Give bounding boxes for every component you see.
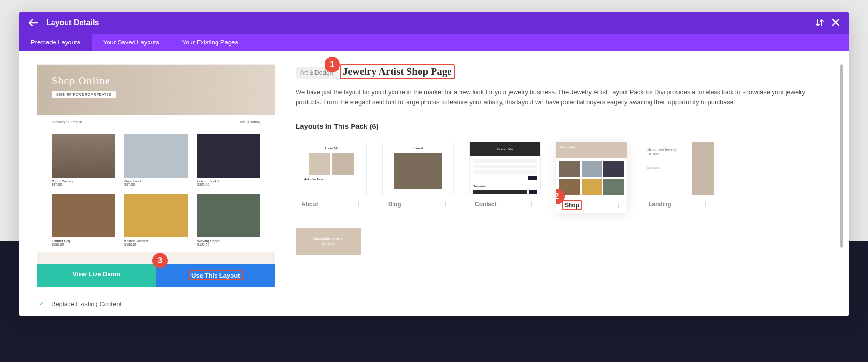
back-icon[interactable] (29, 19, 38, 26)
layout-description: We have just the layout for you if you'r… (296, 87, 831, 108)
tab-saved[interactable]: Your Saved Layouts (92, 34, 171, 51)
tab-existing[interactable]: Your Existing Pages (171, 34, 250, 51)
layout-preview: Shop Online SIGN UP FOR DROP UPDATES Sho… (37, 64, 275, 264)
view-demo-button[interactable]: View Live Demo (37, 264, 156, 287)
preview-hero-title: Shop Online (52, 74, 260, 87)
annotation-3: 3 (152, 253, 168, 268)
layout-thumb: Contact Me Newsletter (469, 142, 541, 195)
use-layout-button[interactable]: 3 Use This Layout (156, 264, 276, 287)
layout-name: Shop (562, 200, 582, 210)
layout-thumb: Shop Online (556, 142, 627, 195)
more-icon[interactable]: ⋮ (355, 200, 361, 208)
replace-content-label: Replace Existing Content (51, 300, 122, 307)
layout-card-contact[interactable]: Contact Me Newsletter Contact ⋮ (469, 142, 541, 213)
layout-name: Blog (388, 201, 401, 208)
preview-showing: Showing all 9 results (52, 120, 82, 124)
more-icon[interactable]: ⋮ (442, 200, 448, 208)
tabs-bar: Premade Layouts Your Saved Layouts Your … (19, 34, 849, 51)
page-title: Jewelry Artist Shop Page (340, 64, 455, 79)
modal-header: Layout Details (19, 12, 849, 34)
layout-card-about[interactable]: About Me Hello! I'm Jane About ⋮ (296, 142, 367, 213)
layout-thumb: Handmade JewelryBy Jane Divi Jewelry (643, 142, 714, 195)
preview-sorting: Default sorting (239, 120, 260, 124)
preview-hero-btn: SIGN UP FOR DROP UPDATES (52, 91, 116, 98)
layout-card-shop[interactable]: 2 Shop Online Shop ⋮ (556, 142, 627, 213)
layout-thumb: Journal (382, 142, 454, 195)
tab-premade[interactable]: Premade Layouts (19, 34, 92, 51)
layout-name: Contact (475, 201, 497, 208)
layout-card-landing[interactable]: Handmade JewelryBy Jane Divi Jewelry Lan… (643, 142, 714, 213)
close-icon[interactable] (832, 19, 839, 27)
sort-icon[interactable] (816, 19, 824, 27)
more-icon[interactable]: ⋮ (702, 200, 708, 208)
more-icon[interactable]: ⋮ (529, 200, 535, 208)
annotation-1: 1 (325, 57, 340, 72)
scrollbar[interactable] (840, 64, 843, 248)
layout-thumb: About Me Hello! I'm Jane (296, 142, 367, 195)
layout-card-blog[interactable]: Journal Blog ⋮ (382, 142, 454, 213)
layout-details-modal: Layout Details Premade Layouts Your Save… (19, 12, 849, 316)
layout-name: Landing (649, 201, 671, 208)
layout-name: About (301, 201, 318, 208)
check-icon: ✓ (37, 299, 46, 308)
layout-thumb-secondary: Handmade JewelryBy Jane (296, 228, 361, 255)
more-icon[interactable]: ⋮ (615, 201, 622, 209)
replace-content-checkbox[interactable]: ✓ Replace Existing Content (37, 299, 275, 308)
pack-heading: Layouts In This Pack (6) (296, 122, 831, 130)
modal-title: Layout Details (46, 18, 816, 27)
